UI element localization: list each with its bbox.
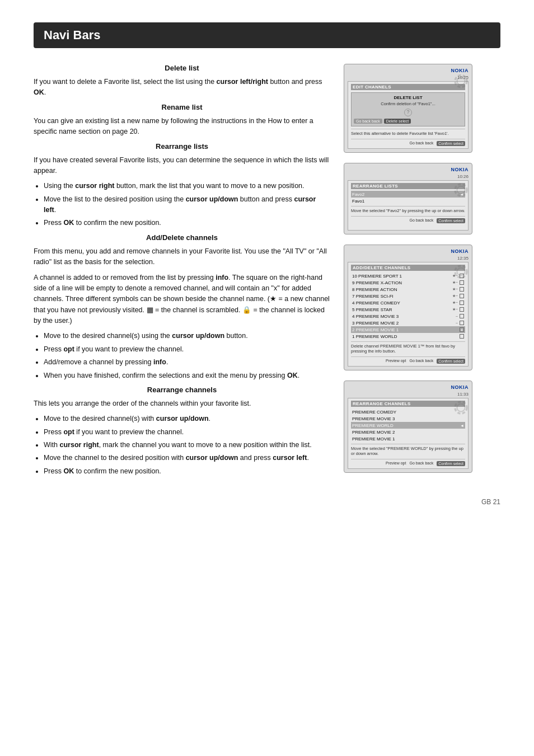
nav-preview: Preview opt — [386, 359, 406, 364]
device-list-item: PREMIERE COMEDY — [351, 408, 465, 415]
section-delete-list: Delete list If you want to delete a Favo… — [34, 64, 330, 98]
section-rearrange-lists: Rearrange lists If you have created seve… — [34, 142, 330, 229]
question-icon: ? — [404, 109, 412, 116]
section-para-rename: You can give an existing list a new name… — [34, 116, 330, 138]
images-column: NOKIA 10:25 EDIT CHANNELS DELETE LIST Co… — [344, 64, 472, 481]
svg-point-0 — [457, 77, 465, 85]
section-title-rearrange-lists: Rearrange lists — [34, 142, 330, 151]
section-para-add-delete-1: From this menu, you add and remove chann… — [34, 246, 330, 268]
device-list-item: Favo2 ◄ — [351, 191, 465, 198]
device-list-item: 10 PREMIERE SPORT 1★~ — [351, 273, 465, 279]
device-info-bar: Move the selected "PREMIERE WORLD" by pr… — [351, 444, 465, 456]
list-item: With cursor right, mark the channel you … — [44, 440, 330, 450]
nav-back: Go back back — [409, 461, 433, 466]
nokia-logo: NOKIA — [451, 384, 469, 390]
device-bottom-nav: Go back back Confirm select — [351, 139, 465, 146]
list-item: Press OK to confirm the new position. — [44, 218, 330, 228]
device-time: 12:35 — [348, 256, 469, 261]
device-list-item: 1 PREMIERE WORLD — [351, 333, 465, 340]
section-rename-list: Rename list You can give an existing lis… — [34, 103, 330, 138]
device-list-item: 8 PREMIERE ACTION★~ — [351, 286, 465, 293]
device-screen-title: EDIT CHANNELS — [351, 84, 465, 90]
device-btn-back: Go back back — [354, 119, 382, 124]
device-delete-list: NOKIA 10:25 EDIT CHANNELS DELETE LIST Co… — [344, 64, 472, 153]
list-item: Move the channel to the desired position… — [44, 453, 330, 463]
svg-point-6 — [457, 404, 465, 412]
section-rearrange-channels: Rearrange channels This lets you arrange… — [34, 386, 330, 477]
section-title-rearrange-channels: Rearrange channels — [34, 386, 330, 394]
device-screen-title: ADD/DELETE CHANNELS — [351, 265, 465, 271]
list-item: Press OK to confirm the new position. — [44, 466, 330, 477]
section-para-rearrange: If you have created several Favorite lis… — [34, 155, 330, 177]
list-item: Using the cursor right button, mark the … — [44, 181, 330, 191]
device-screen: ADD/DELETE CHANNELS 10 PREMIERE SPORT 1★… — [348, 262, 469, 367]
device-time: 11:33 — [348, 392, 469, 397]
device-time: 10:26 — [348, 174, 469, 179]
section-para-add-delete-2: A channel is added to or removed from th… — [34, 273, 330, 327]
page-number: GB 21 — [34, 498, 500, 506]
list-item-name: Favo1 — [352, 199, 464, 204]
svg-point-4 — [457, 268, 465, 276]
device-add-delete-channels: NOKIA 12:35 ADD/DELETE CHANNELS 10 PREMI… — [344, 245, 472, 370]
device-screen: REARRANGE CHANNELS PREMIERE COMEDY PREMI… — [348, 398, 469, 469]
device-list-item: 4 PREMIERE COMEDY★~ — [351, 299, 465, 306]
list-item-name: Favo2 — [352, 192, 460, 197]
section-title-rename: Rename list — [34, 103, 330, 111]
nokia-logo: NOKIA — [451, 167, 469, 172]
device-list-item: 9 PREMIERE X-ACTION★~ — [351, 279, 465, 286]
rearrange-channels-bullets: Move to the desired channel(s) with curs… — [44, 414, 330, 477]
device-list-item: 3 PREMIERE MOVIE 2~ — [351, 320, 465, 326]
list-item: Move to the desired channel(s) with curs… — [44, 414, 330, 424]
device-info-bar: Move the selected "Favo2" by pressing th… — [351, 206, 465, 213]
device-list-item: PREMIERE MOVIE 3 — [351, 415, 465, 422]
section-title-delete: Delete list — [34, 64, 330, 72]
nav-back: Go back back — [409, 359, 433, 364]
list-item: Move to the desired channel(s) using the… — [44, 331, 330, 341]
device-list-item: 4 PREMIERE MOVIE 3~ — [351, 313, 465, 320]
add-delete-bullets: Move to the desired channel(s) using the… — [44, 331, 330, 381]
section-para-rearrange-channels: This lets you arrange the order of the c… — [34, 398, 330, 409]
device-rearrange-channels: NOKIA 11:33 REARRANGE CHANNELS PREMIERE … — [344, 381, 472, 473]
gear-decoration — [451, 398, 471, 417]
nokia-logo: NOKIA — [451, 248, 469, 254]
list-item: Add/remove a channel by pressing info. — [44, 357, 330, 368]
device-time: 10:25 — [348, 75, 469, 80]
device-bottom-nav: Preview opt Go back back Confirm select — [351, 356, 465, 364]
dialog-title: DELETE LIST — [354, 95, 462, 100]
text-column: Delete list If you want to delete a Favo… — [34, 64, 330, 481]
device-screen: REARRANGE LISTS Favo2 ◄ Favo1 Move the s… — [348, 180, 469, 231]
gear-decoration — [451, 180, 471, 200]
nav-confirm: Confirm select — [437, 141, 465, 146]
section-para-delete: If you want to delete a Favorite list, s… — [34, 77, 330, 98]
nav-confirm: Confirm select — [437, 218, 465, 223]
section-add-delete: Add/Delete channels From this menu, you … — [34, 233, 330, 381]
device-list-item: PREMIERE WORLD◄ — [351, 422, 465, 429]
list-item: When you have finished, confirm the sele… — [44, 370, 330, 381]
page-title: Navi Bars — [34, 22, 500, 48]
rearrange-lists-bullets: Using the cursor right button, mark the … — [44, 181, 330, 229]
list-item: Press opt if you want to preview the cha… — [44, 344, 330, 355]
nav-back: Go back back — [409, 218, 433, 223]
svg-point-2 — [457, 186, 465, 194]
device-info-bar: Delete channel PREMIERE MOVIE 1™ from li… — [351, 341, 465, 354]
device-buttons: Go back back Delete select — [354, 119, 462, 124]
nav-confirm: Confirm select — [437, 461, 465, 466]
device-rearrange-lists: NOKIA 10:26 REARRANGE LISTS Favo2 ◄ Favo… — [344, 163, 472, 234]
device-list-item: Favo1 — [351, 198, 465, 204]
nav-preview: Preview opt — [386, 461, 406, 466]
nav-confirm: Confirm select — [437, 359, 465, 364]
device-list-item: PREMIERE MOVIE 1 — [351, 435, 465, 442]
title-text: Navi Bars — [44, 28, 101, 42]
device-list-item: 5 PREMIERE STAR★~ — [351, 306, 465, 313]
device-dialog-box: DELETE LIST Confirm deletion of "Favo1".… — [351, 92, 465, 126]
gear-decoration — [451, 72, 471, 91]
device-list-item: 2 PREMIERE MOVIE 1x — [351, 326, 465, 333]
dialog-text: Confirm deletion of "Favo1"... — [354, 101, 462, 106]
device-bottom-nav: Preview opt Go back back Confirm select — [351, 459, 465, 466]
nav-back: Go back back — [409, 141, 433, 146]
device-list-item: PREMIERE MOVIE 2 — [351, 429, 465, 435]
device-info-bar: Select this alternative to delete Favour… — [351, 129, 465, 136]
section-title-add-delete: Add/Delete channels — [34, 233, 330, 242]
device-bottom-nav: Go back back Confirm select — [351, 216, 465, 223]
gear-decoration — [451, 262, 471, 281]
